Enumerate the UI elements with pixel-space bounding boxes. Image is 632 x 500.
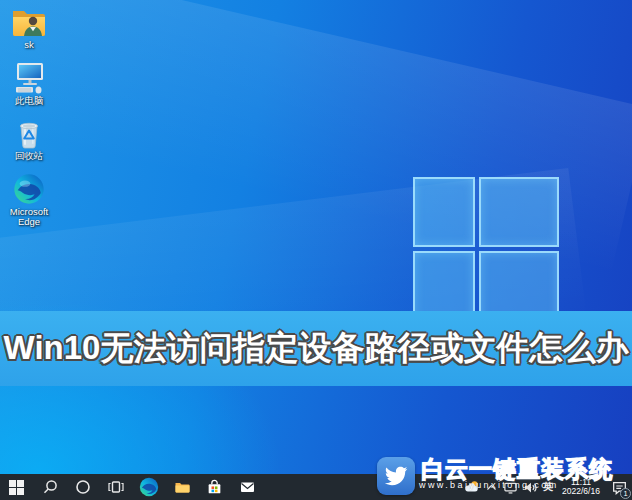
task-view-icon (108, 479, 124, 495)
this-pc-icon (11, 62, 47, 94)
watermark-logo-box (377, 457, 415, 495)
desktop-icon-this-pc[interactable]: 此电脑 (0, 62, 58, 107)
windows-logo-pane (413, 177, 475, 247)
file-explorer-button[interactable] (165, 474, 198, 500)
cortana-icon (75, 479, 91, 495)
search-icon (42, 479, 58, 495)
mail-button[interactable] (231, 474, 264, 500)
desktop-icon-user-folder[interactable]: sk (0, 6, 58, 51)
windows-logo-pane (479, 177, 559, 247)
edge-taskbar-button[interactable] (132, 474, 165, 500)
windows-desktop: sk 此电脑 (0, 0, 632, 500)
taskbar-buttons (0, 474, 264, 500)
search-button[interactable] (33, 474, 66, 500)
mail-icon (239, 479, 256, 495)
desktop-icon-recycle-bin[interactable]: 回收站 (0, 117, 58, 162)
windows-start-icon (9, 480, 24, 495)
file-explorer-icon (173, 479, 191, 495)
clock-date: 2022/6/16 (562, 487, 600, 497)
desktop-icon-label: 此电脑 (15, 96, 44, 107)
desktop-icon-column: sk 此电脑 (0, 6, 58, 239)
windows-logo-wallpaper (413, 177, 559, 323)
start-button[interactable] (0, 474, 33, 500)
twitter-bird-icon (384, 464, 408, 488)
store-button[interactable] (198, 474, 231, 500)
desktop-icon-label: sk (24, 40, 34, 51)
banner-title: Win10无法访问指定设备路径或文件怎么办 (4, 326, 629, 371)
recycle-bin-icon (11, 117, 47, 149)
headline-banner: Win10无法访问指定设备路径或文件怎么办 (0, 311, 632, 386)
desktop-icon-label: 回收站 (15, 151, 44, 162)
edge-icon (13, 173, 45, 205)
user-folder-icon (11, 6, 47, 38)
watermark-url: www.baiyunxitong.com (419, 480, 559, 490)
notification-badge: 1 (620, 488, 631, 499)
cortana-button[interactable] (66, 474, 99, 500)
microsoft-store-icon (206, 479, 223, 496)
desktop-icon-label: Microsoft Edge (0, 207, 58, 228)
task-view-button[interactable] (99, 474, 132, 500)
edge-icon (139, 477, 159, 497)
desktop-icon-microsoft-edge[interactable]: Microsoft Edge (0, 173, 58, 228)
